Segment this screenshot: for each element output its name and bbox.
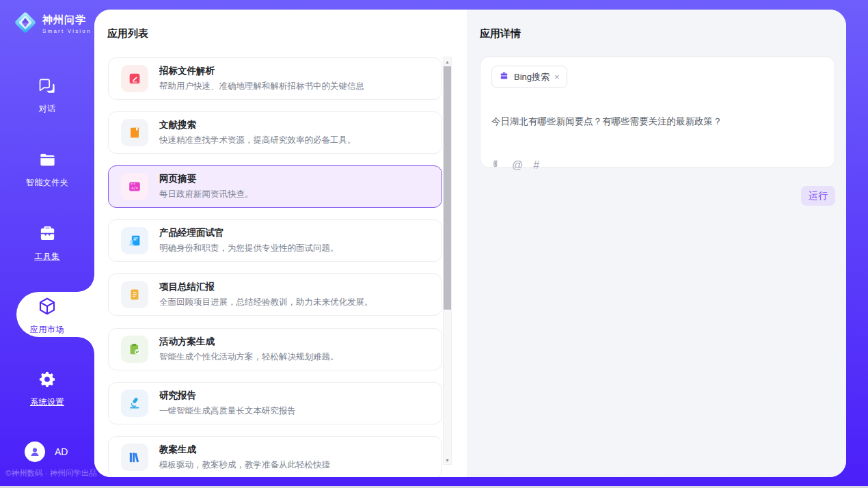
app-card-literature-search[interactable]: 文献搜索 快速精准查找学术资源，提高研究效率的必备工具。 xyxy=(108,111,442,154)
clipboard-check-icon xyxy=(121,336,148,363)
gem-diamond-logo-icon xyxy=(12,10,38,38)
person-icon xyxy=(29,446,41,458)
app-card-project-summary[interactable]: 项目总结汇报 全面回顾项目进展，总结经验教训，助力未来优化发展。 xyxy=(108,273,442,316)
mention-at-icon[interactable]: @ xyxy=(512,159,523,172)
app-name: 教案生成 xyxy=(159,444,330,456)
app-name: 研究报告 xyxy=(159,390,296,402)
app-card-lesson-plan[interactable]: 教案生成 模板驱动，教案秒成，教学准备从此轻松快捷 xyxy=(108,436,442,477)
app-name: 项目总结汇报 xyxy=(159,281,373,293)
app-list-panel: 应用列表 招标文件解析 帮助用户快速、准确地理解和解析招标书中的关键信息 xyxy=(94,10,467,477)
app-card-pm-interviewer[interactable]: 产品经理面试官 明确身份和职责，为您提供专业性的面试问题。 xyxy=(108,219,442,262)
app-detail-title: 应用详情 xyxy=(480,27,521,40)
app-detail-panel: 应用详情 Bing搜索 × 今日湖北有哪些新闻要点？有哪些需要关注的最新政策？ xyxy=(467,10,846,477)
books-icon xyxy=(121,444,148,471)
logo-title: 神州问学 xyxy=(42,14,92,27)
app-card-bid-parse[interactable]: 招标文件解析 帮助用户快速、准确地理解和解析招标书中的关键信息 xyxy=(108,57,442,100)
sidebar-item-label: 对话 xyxy=(39,103,56,115)
yellow-document-icon xyxy=(121,281,148,308)
app-card-webpage-summary[interactable]: </> 网页摘要 每日政府新闻资讯快查。 xyxy=(108,165,442,208)
orange-book-icon xyxy=(121,119,148,146)
app-name: 产品经理面试官 xyxy=(159,227,339,239)
scroll-up-arrow[interactable]: ▲ xyxy=(444,57,451,66)
sidebar-item-chat[interactable]: 对话 xyxy=(0,77,94,115)
app-list-title: 应用列表 xyxy=(107,27,148,40)
sidebar-item-label: 系统设置 xyxy=(30,396,64,408)
app-desc: 每日政府新闻资讯快查。 xyxy=(159,189,254,200)
toolbox-icon xyxy=(38,223,57,246)
resume-person-icon xyxy=(121,227,148,254)
gear-icon xyxy=(38,370,57,392)
app-desc: 帮助用户快速、准确地理解和解析招标书中的关键信息 xyxy=(159,81,364,92)
sidebar: 神州问学 Smart Vision 对话 智能文件夹 工具 xyxy=(0,0,94,488)
avatar xyxy=(25,442,45,462)
app-desc: 一键智能生成高质量长文本研究报告 xyxy=(159,405,296,417)
app-logo: 神州问学 Smart Vision xyxy=(12,10,92,38)
sidebar-item-app-market[interactable]: 应用市场 xyxy=(0,296,94,336)
query-text[interactable]: 今日湖北有哪些新闻要点？有哪些需要关注的最新政策？ xyxy=(491,116,819,128)
sidebar-item-label: 工具集 xyxy=(34,251,60,262)
app-desc: 全面回顾项目进展，总结经验教训，助力未来优化发展。 xyxy=(159,297,373,308)
edit-document-icon xyxy=(121,65,148,92)
paperclip-icon[interactable] xyxy=(491,158,502,172)
sidebar-item-settings[interactable]: 系统设置 xyxy=(0,370,94,408)
scroll-down-arrow[interactable]: ▼ xyxy=(444,456,451,464)
folder-icon xyxy=(38,151,57,172)
chat-bubble-icon xyxy=(38,77,57,98)
svg-text:</>: </> xyxy=(131,186,139,190)
tool-tag-bing-search[interactable]: Bing搜索 × xyxy=(491,66,567,88)
app-desc: 快速精准查找学术资源，提高研究效率的必备工具。 xyxy=(159,135,356,146)
run-button[interactable]: 运行 xyxy=(801,186,835,206)
pill-curve-top xyxy=(78,275,94,292)
logo-subtitle: Smart Vision xyxy=(42,28,92,34)
app-list-scrollbar[interactable]: ▲ ▼ xyxy=(443,57,452,465)
app-desc: 模板驱动，教案秒成，教学准备从此轻松快捷 xyxy=(159,459,330,471)
copyright-text: ©神州数码 · 神州问学出品 xyxy=(5,468,97,478)
app-desc: 智能生成个性化活动方案，轻松解决规划难题。 xyxy=(159,351,339,363)
cube-icon xyxy=(37,296,57,319)
app-name: 网页摘要 xyxy=(159,173,254,185)
hash-icon[interactable]: # xyxy=(533,159,539,172)
prompt-input-card[interactable]: Bing搜索 × 今日湖北有哪些新闻要点？有哪些需要关注的最新政策？ @ # xyxy=(480,56,835,168)
close-icon[interactable]: × xyxy=(554,72,560,81)
sidebar-item-label: 应用市场 xyxy=(30,324,64,336)
webpage-code-icon: </> xyxy=(121,173,148,200)
app-card-event-plan[interactable]: 活动方案生成 智能生成个性化活动方案，轻松解决规划难题。 xyxy=(108,328,442,370)
scrollbar-thumb[interactable] xyxy=(444,66,451,310)
app-desc: 明确身份和职责，为您提供专业性的面试问题。 xyxy=(159,243,339,254)
user-profile[interactable]: AD xyxy=(25,442,68,462)
content-frame: 应用列表 招标文件解析 帮助用户快速、准确地理解和解析招标书中的关键信息 xyxy=(94,10,846,477)
app-name: 活动方案生成 xyxy=(159,336,339,348)
microscope-icon xyxy=(121,390,148,417)
sidebar-item-smart-folders[interactable]: 智能文件夹 xyxy=(0,151,94,189)
sidebar-item-label: 智能文件夹 xyxy=(26,177,69,189)
app-name: 文献搜索 xyxy=(159,119,356,131)
pill-curve-bottom xyxy=(78,337,94,353)
user-name: AD xyxy=(55,446,68,457)
attachment-toolbar: @ # xyxy=(491,158,539,172)
app-card-research-report[interactable]: 研究报告 一键智能生成高质量长文本研究报告 xyxy=(108,382,442,424)
tool-tag-label: Bing搜索 xyxy=(514,71,550,83)
app-name: 招标文件解析 xyxy=(159,65,364,77)
sidebar-item-toolset[interactable]: 工具集 xyxy=(0,223,94,262)
briefcase-icon xyxy=(499,70,509,83)
